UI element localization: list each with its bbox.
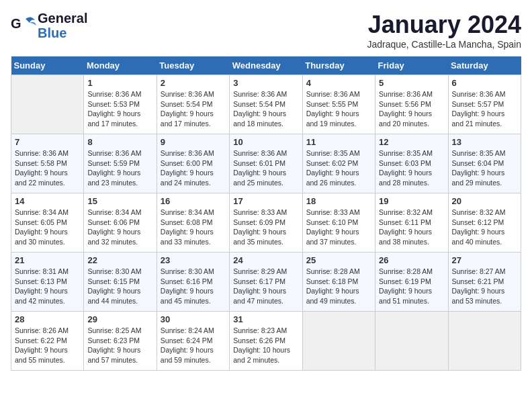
logo-general: General [38, 11, 87, 26]
day-number: 10 [233, 137, 298, 147]
calendar-cell: 11Sunrise: 8:35 AM Sunset: 6:02 PM Dayli… [302, 134, 375, 193]
calendar-cell: 8Sunrise: 8:36 AM Sunset: 5:59 PM Daylig… [84, 134, 157, 193]
day-number: 22 [87, 255, 152, 265]
cell-info: Sunrise: 8:35 AM Sunset: 6:04 PM Dayligh… [452, 148, 517, 188]
day-number: 11 [306, 137, 371, 147]
day-number: 2 [161, 78, 226, 88]
calendar-cell: 7Sunrise: 8:36 AM Sunset: 5:58 PM Daylig… [11, 134, 84, 193]
day-number: 20 [452, 196, 517, 206]
day-number: 5 [379, 78, 444, 88]
calendar-cell: 14Sunrise: 8:34 AM Sunset: 6:05 PM Dayli… [11, 193, 84, 253]
day-number: 1 [87, 78, 152, 88]
calendar-cell: 16Sunrise: 8:34 AM Sunset: 6:08 PM Dayli… [157, 193, 229, 253]
calendar-cell: 15Sunrise: 8:34 AM Sunset: 6:06 PM Dayli… [84, 193, 157, 253]
day-number: 29 [87, 314, 152, 324]
cell-info: Sunrise: 8:36 AM Sunset: 5:56 PM Dayligh… [379, 89, 444, 129]
svg-text:G: G [11, 16, 21, 31]
calendar-cell: 12Sunrise: 8:35 AM Sunset: 6:03 PM Dayli… [375, 134, 448, 193]
logo: G General Blue [11, 11, 87, 40]
calendar-week-1: 1Sunrise: 8:36 AM Sunset: 5:53 PM Daylig… [11, 75, 521, 134]
cell-info: Sunrise: 8:30 AM Sunset: 6:15 PM Dayligh… [87, 267, 152, 306]
calendar-cell: 30Sunrise: 8:24 AM Sunset: 6:24 PM Dayli… [157, 312, 229, 371]
calendar-cell [302, 312, 375, 371]
cell-info: Sunrise: 8:35 AM Sunset: 6:02 PM Dayligh… [306, 148, 371, 188]
cell-info: Sunrise: 8:32 AM Sunset: 6:11 PM Dayligh… [379, 208, 444, 247]
calendar-cell: 25Sunrise: 8:28 AM Sunset: 6:18 PM Dayli… [302, 253, 375, 312]
cell-info: Sunrise: 8:28 AM Sunset: 6:18 PM Dayligh… [306, 267, 371, 306]
cell-info: Sunrise: 8:28 AM Sunset: 6:19 PM Dayligh… [379, 267, 444, 306]
cell-info: Sunrise: 8:36 AM Sunset: 5:58 PM Dayligh… [15, 148, 80, 188]
calendar-cell: 1Sunrise: 8:36 AM Sunset: 5:53 PM Daylig… [84, 75, 157, 134]
cell-info: Sunrise: 8:34 AM Sunset: 6:08 PM Dayligh… [161, 208, 226, 247]
weekday-header-tuesday: Tuesday [157, 56, 229, 75]
calendar-cell: 9Sunrise: 8:36 AM Sunset: 6:00 PM Daylig… [157, 134, 229, 193]
weekday-header-friday: Friday [375, 56, 448, 75]
calendar-cell: 24Sunrise: 8:29 AM Sunset: 6:17 PM Dayli… [230, 253, 302, 312]
day-number: 4 [306, 78, 371, 88]
day-number: 21 [15, 255, 80, 265]
cell-info: Sunrise: 8:36 AM Sunset: 5:57 PM Dayligh… [452, 89, 517, 129]
weekday-header-thursday: Thursday [302, 56, 375, 75]
cell-info: Sunrise: 8:33 AM Sunset: 6:09 PM Dayligh… [233, 208, 298, 247]
month-title: January 2024 [367, 11, 521, 39]
day-number: 27 [452, 255, 517, 265]
calendar-cell: 10Sunrise: 8:36 AM Sunset: 6:01 PM Dayli… [230, 134, 302, 193]
cell-info: Sunrise: 8:24 AM Sunset: 6:24 PM Dayligh… [161, 326, 226, 365]
calendar-cell: 27Sunrise: 8:27 AM Sunset: 6:21 PM Dayli… [448, 253, 521, 312]
day-number: 24 [233, 255, 298, 265]
cell-info: Sunrise: 8:23 AM Sunset: 6:26 PM Dayligh… [233, 326, 298, 365]
calendar-cell: 23Sunrise: 8:30 AM Sunset: 6:16 PM Dayli… [157, 253, 229, 312]
calendar-cell [448, 312, 521, 371]
day-number: 30 [161, 314, 226, 324]
calendar-cell: 28Sunrise: 8:26 AM Sunset: 6:22 PM Dayli… [11, 312, 84, 371]
cell-info: Sunrise: 8:34 AM Sunset: 6:05 PM Dayligh… [15, 208, 80, 247]
cell-info: Sunrise: 8:25 AM Sunset: 6:23 PM Dayligh… [87, 326, 152, 365]
calendar-cell: 22Sunrise: 8:30 AM Sunset: 6:15 PM Dayli… [84, 253, 157, 312]
weekday-header-sunday: Sunday [11, 56, 84, 75]
cell-info: Sunrise: 8:29 AM Sunset: 6:17 PM Dayligh… [233, 267, 298, 306]
calendar-cell: 21Sunrise: 8:31 AM Sunset: 6:13 PM Dayli… [11, 253, 84, 312]
day-number: 25 [306, 255, 371, 265]
title-block: January 2024 Jadraque, Castille-La Manch… [367, 11, 521, 50]
day-number: 8 [87, 137, 152, 147]
day-number: 26 [379, 255, 444, 265]
day-number: 7 [15, 137, 80, 147]
logo-blue: Blue [38, 26, 87, 40]
weekday-header-monday: Monday [84, 56, 157, 75]
calendar-week-3: 14Sunrise: 8:34 AM Sunset: 6:05 PM Dayli… [11, 193, 521, 253]
day-number: 6 [452, 78, 517, 88]
calendar-cell: 26Sunrise: 8:28 AM Sunset: 6:19 PM Dayli… [375, 253, 448, 312]
day-number: 19 [379, 196, 444, 206]
calendar-cell: 3Sunrise: 8:36 AM Sunset: 5:54 PM Daylig… [230, 75, 302, 134]
calendar-cell: 18Sunrise: 8:33 AM Sunset: 6:10 PM Dayli… [302, 193, 375, 253]
cell-info: Sunrise: 8:26 AM Sunset: 6:22 PM Dayligh… [15, 326, 80, 365]
day-number: 9 [161, 137, 226, 147]
calendar-cell: 20Sunrise: 8:32 AM Sunset: 6:12 PM Dayli… [448, 193, 521, 253]
cell-info: Sunrise: 8:36 AM Sunset: 5:54 PM Dayligh… [161, 89, 226, 129]
calendar-cell: 31Sunrise: 8:23 AM Sunset: 6:26 PM Dayli… [230, 312, 302, 371]
calendar-cell [11, 75, 84, 134]
day-number: 3 [233, 78, 298, 88]
day-number: 23 [161, 255, 226, 265]
day-number: 15 [87, 196, 152, 206]
cell-info: Sunrise: 8:36 AM Sunset: 5:53 PM Dayligh… [87, 89, 152, 129]
page-header: G General Blue January 2024 Jadraque, Ca… [11, 11, 521, 50]
day-number: 14 [15, 196, 80, 206]
calendar-cell: 19Sunrise: 8:32 AM Sunset: 6:11 PM Dayli… [375, 193, 448, 253]
calendar-cell [375, 312, 448, 371]
day-number: 18 [306, 196, 371, 206]
calendar-cell: 29Sunrise: 8:25 AM Sunset: 6:23 PM Dayli… [84, 312, 157, 371]
cell-info: Sunrise: 8:31 AM Sunset: 6:13 PM Dayligh… [15, 267, 80, 306]
day-number: 17 [233, 196, 298, 206]
cell-info: Sunrise: 8:36 AM Sunset: 6:01 PM Dayligh… [233, 148, 298, 188]
day-number: 31 [233, 314, 298, 324]
calendar-week-5: 28Sunrise: 8:26 AM Sunset: 6:22 PM Dayli… [11, 312, 521, 371]
cell-info: Sunrise: 8:36 AM Sunset: 5:59 PM Dayligh… [87, 148, 152, 188]
cell-info: Sunrise: 8:34 AM Sunset: 6:06 PM Dayligh… [87, 208, 152, 247]
cell-info: Sunrise: 8:36 AM Sunset: 5:55 PM Dayligh… [306, 89, 371, 129]
calendar-cell: 5Sunrise: 8:36 AM Sunset: 5:56 PM Daylig… [375, 75, 448, 134]
calendar-cell: 17Sunrise: 8:33 AM Sunset: 6:09 PM Dayli… [230, 193, 302, 253]
day-number: 12 [379, 137, 444, 147]
calendar-week-2: 7Sunrise: 8:36 AM Sunset: 5:58 PM Daylig… [11, 134, 521, 193]
cell-info: Sunrise: 8:30 AM Sunset: 6:16 PM Dayligh… [161, 267, 226, 306]
